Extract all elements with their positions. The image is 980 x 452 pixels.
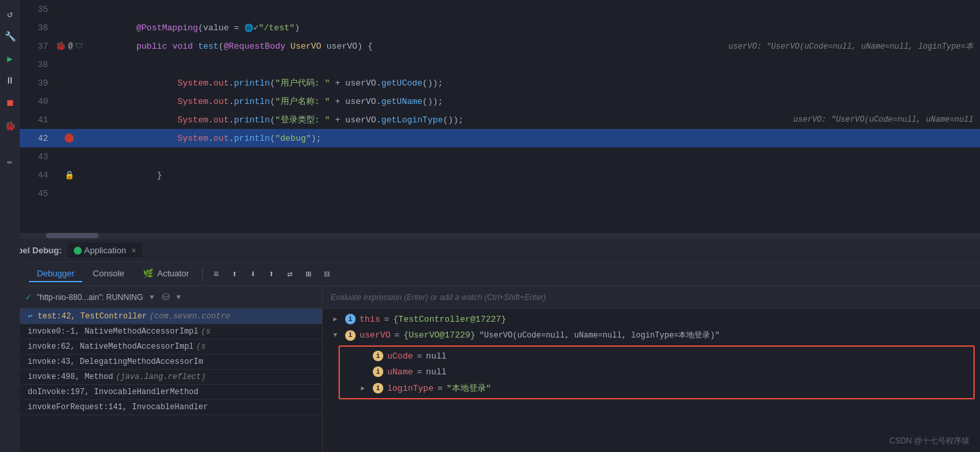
stack-frame-3[interactable]: invoke:43, DelegatingMethodAccessorIm — [20, 355, 322, 370]
stack-panel: ✓ "http-nio-880...ain": RUNNING ▼ ⛁ ▼ ↩ … — [20, 286, 323, 452]
expand-icon-uservo[interactable]: ▼ — [333, 332, 341, 339]
stack-frame-2[interactable]: invoke:62, NativeMethodAccessorImpl (s — [20, 339, 322, 355]
var-row-uservo[interactable]: ▼ i userVO = {UserVO@17229} "UserVO(uCod… — [323, 327, 980, 343]
var-name-ucode: uCode — [387, 351, 413, 361]
sidebar-play-icon[interactable]: ▶ — [3, 51, 17, 66]
stack-frame-5[interactable]: doInvoke:197, InvocableHandlerMethod — [20, 385, 322, 400]
code-line-44: 44 🔒 } — [20, 166, 980, 184]
sidebar-debug-icon[interactable]: 🐞 — [3, 118, 17, 133]
line-number: 35 — [20, 5, 56, 14]
filter-label: ✓ — [25, 293, 32, 302]
var-eq: = — [437, 384, 443, 393]
frame-name: doInvoke:197, InvocableHandlerMethod — [28, 388, 198, 397]
frame-arrow: ↩ — [28, 311, 32, 321]
left-sidebar: ↺ 🔧 ▶ ⏸ ⏹ 🐞 ✏ — [0, 0, 20, 452]
debug-content: ↺ 🔧 ▶ ⏸ ⏹ 🐞 ✏ ✓ "http-nio-880...ain": RU… — [0, 286, 980, 452]
sidebar-wrench-icon[interactable]: 🔧 — [3, 29, 17, 43]
frame-name: test:42, TestController — [38, 312, 147, 321]
var-icon-this: i — [345, 314, 356, 324]
line-number: 36 — [20, 23, 56, 33]
line-number: 44 — [20, 170, 56, 180]
stack-frame-1[interactable]: invoke0:-1, NativeMethodAccessorImpl (s — [20, 324, 322, 339]
tab-actuator[interactable]: 🌿 Actuator — [135, 266, 197, 282]
var-icon-uname: i — [373, 366, 383, 377]
settings-icon[interactable]: ⊟ — [319, 266, 335, 282]
filter-icon[interactable]: ⛁ — [162, 291, 170, 303]
step-out-icon[interactable]: ⬆ — [263, 266, 279, 282]
var-row-uname[interactable]: i uName = null — [340, 364, 973, 380]
var-eq: = — [384, 314, 389, 324]
var-value-this: {TestController@17227} — [393, 314, 506, 324]
frames-icon[interactable]: ≡ — [208, 266, 224, 282]
filter-dropdown-icon[interactable]: ▼ — [150, 293, 154, 301]
expand-icon-this[interactable]: ▶ — [333, 315, 341, 323]
frame-name: invoke:498, Method — [28, 372, 113, 382]
var-value-uservo: {UserVO@17229} — [404, 330, 476, 340]
code-line-42: 42 System.out.println("debug"); — [20, 129, 980, 147]
sidebar-edit-icon[interactable]: ✏ — [3, 154, 17, 168]
line-number: 37 — [20, 41, 56, 51]
debug-panel: Rebel Debug: Application × ▶ Debugger Co… — [0, 238, 980, 452]
code-line-45: 45 — [20, 184, 980, 203]
debug-toolbar: ▶ Debugger Console 🌿 Actuator ≡ ⬆ ⬇ ⬆ ⇄ … — [0, 263, 980, 286]
app-status-dot — [74, 247, 82, 255]
var-name-this: this — [360, 314, 380, 324]
step-into-icon[interactable]: ⬇ — [245, 266, 261, 282]
debug-run-icon: 🐞 — [55, 41, 66, 51]
highlighted-vars-box: i uCode = null i uName = null — [339, 345, 975, 399]
line-gutter: 🔒 — [56, 170, 82, 180]
line-number: 39 — [20, 78, 56, 88]
app-tab[interactable]: Application × — [67, 243, 143, 258]
toolbar-separator — [202, 268, 203, 281]
expand-icon-logintype[interactable]: ▶ — [361, 384, 369, 392]
app-tab-label: Application — [84, 245, 126, 255]
var-icon-logintype: i — [373, 383, 383, 393]
var-row-this[interactable]: ▶ i this = {TestController@17227} — [323, 311, 980, 327]
sidebar-pause-icon[interactable]: ⏸ — [3, 74, 17, 88]
var-eq: = — [395, 330, 400, 340]
frame-class: (s — [201, 327, 210, 336]
stack-frames-list: ↩ test:42, TestController (com.seven.con… — [20, 309, 322, 452]
sidebar-restart-icon[interactable]: ↺ — [3, 7, 17, 21]
var-icon-ucode: i — [373, 351, 383, 361]
var-icon-uservo: i — [345, 330, 356, 341]
line-number: 40 — [20, 97, 56, 107]
stack-frame-4[interactable]: invoke:498, Method (java.lang.reflect) — [20, 370, 322, 385]
horizontal-scrollbar[interactable] — [20, 233, 980, 238]
shield-icon: 🛡 — [75, 41, 83, 51]
sidebar-stop-icon[interactable]: ⏹ — [3, 96, 17, 111]
frame-name: invoke:62, NativeMethodAccessorImpl — [28, 342, 194, 351]
line-gutter — [56, 134, 82, 143]
frame-name: invoke:43, DelegatingMethodAccessorIm — [28, 357, 203, 366]
eval-bar[interactable]: Evaluate expression (Enter) or add a wat… — [323, 286, 980, 309]
var-value-uname: null — [426, 367, 447, 377]
watermark: CSDN @十七号程序猿 — [889, 436, 969, 447]
code-lines: 35 36 @PostMapping(value = 🌐✓"/test") 37… — [20, 0, 980, 233]
tab-debugger[interactable]: Debugger — [29, 266, 82, 282]
scrollbar-thumb[interactable] — [46, 233, 99, 238]
filter-expand-icon[interactable]: ▼ — [177, 293, 181, 301]
eval-placeholder: Evaluate expression (Enter) or add a wat… — [331, 293, 546, 302]
at-icon: @ — [68, 41, 72, 51]
tab-console[interactable]: Console — [85, 266, 132, 282]
var-row-logintype[interactable]: ▶ i loginType = "本地登录" — [340, 380, 973, 397]
line-number: 38 — [20, 60, 56, 70]
line-gutter: 🐞 @ 🛡 — [56, 41, 82, 51]
frame-name: invokeForRequest:141, InvocableHandler — [28, 403, 208, 412]
line-number: 43 — [20, 152, 56, 162]
var-value-logintype: "本地登录" — [447, 382, 491, 394]
breakpoint-icon[interactable] — [65, 134, 74, 143]
stack-frame-0[interactable]: ↩ test:42, TestController (com.seven.con… — [20, 309, 322, 324]
var-row-ucode[interactable]: i uCode = null — [340, 348, 973, 364]
var-eq: = — [417, 367, 422, 377]
step-over-icon[interactable]: ⬆ — [227, 266, 242, 282]
run-to-cursor-icon[interactable]: ⇄ — [282, 266, 298, 282]
stack-filter-bar: ✓ "http-nio-880...ain": RUNNING ▼ ⛁ ▼ — [20, 286, 322, 309]
frame-class: (s — [196, 342, 205, 351]
line-annotation: userVO: "UserVO(uCode=null, uName=null, … — [728, 41, 980, 52]
line-number: 42 — [20, 134, 56, 143]
tab-close-button[interactable]: × — [131, 246, 136, 255]
evaluate-icon[interactable]: ⊞ — [300, 266, 316, 282]
line-number: 45 — [20, 189, 56, 199]
stack-frame-6[interactable]: invokeForRequest:141, InvocableHandler — [20, 400, 322, 415]
